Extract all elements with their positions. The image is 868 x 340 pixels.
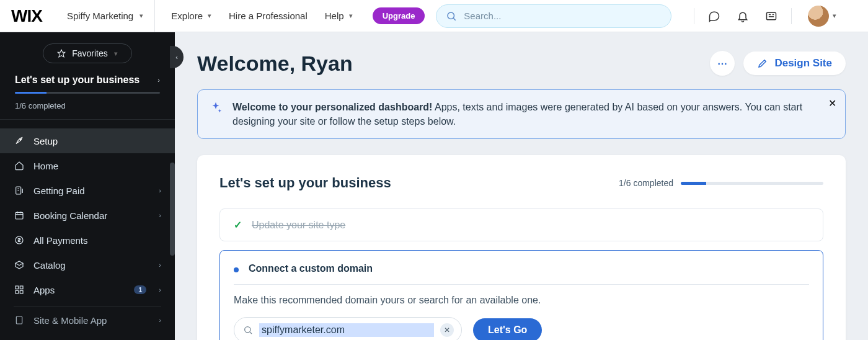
divider [234, 284, 809, 285]
svg-marker-6 [58, 50, 65, 57]
main-panel: Welcome, Ryan ⋯ Design Site Welcom [175, 32, 868, 340]
sidebar-item-label: Site & Mobile App [33, 315, 150, 326]
svg-rect-19 [16, 316, 22, 324]
banner-close-button[interactable]: ✕ [828, 97, 836, 109]
favorites-button[interactable]: Favorites ▾ [43, 43, 132, 63]
sidebar-item-apps[interactable]: Apps 1 › [0, 277, 175, 302]
pencil-icon [757, 58, 768, 69]
sidebar-item-label: Booking Calendar [33, 210, 150, 221]
favorites-label: Favorites [72, 48, 108, 58]
home-icon [14, 161, 25, 171]
chevron-down-icon: ▾ [114, 50, 118, 58]
sidebar-item-payments[interactable]: All Payments [0, 228, 175, 253]
rocket-icon [14, 136, 25, 146]
sidebar-item-label: Setup [33, 136, 161, 146]
sidebar: ‹ Favorites ▾ Let's set up your business… [0, 32, 175, 340]
sidebar-item-site-mobile[interactable]: Site & Mobile App › [0, 310, 175, 330]
step-description: Make this recommended domain yours or se… [234, 295, 809, 306]
nav-help[interactable]: Help ▾ [316, 11, 361, 21]
step-connect-domain: Connect a custom domain Make this recomm… [219, 250, 823, 340]
sidebar-item-label: Getting Paid [33, 186, 150, 196]
nav-hire-pro[interactable]: Hire a Professional [220, 11, 316, 21]
setup-card-progress-label: 1/6 completed [619, 178, 673, 188]
svg-rect-16 [20, 286, 23, 289]
nav-explore[interactable]: Explore ▾ [162, 11, 220, 21]
chevron-right-icon: › [159, 187, 161, 194]
top-nav: Explore ▾ Hire a Professional Help ▾ [155, 11, 361, 21]
sidebar-item-booking[interactable]: Booking Calendar › [0, 203, 175, 228]
banner-bold: Welcome to your personalized dashboard! [232, 102, 432, 112]
chevron-right-icon: › [159, 261, 161, 269]
step-title: Connect a custom domain [249, 263, 373, 274]
chevron-right-icon: › [159, 286, 161, 293]
top-icon-group [704, 10, 781, 22]
apps-icon [14, 285, 25, 295]
svg-line-1 [454, 18, 456, 20]
separator [694, 8, 694, 24]
site-switcher[interactable]: Spiffy Marketing ▾ [56, 0, 155, 32]
search-icon [243, 325, 253, 335]
banner-text: Welcome to your personalized dashboard! … [232, 100, 817, 128]
sidebar-item-label: All Payments [33, 235, 161, 246]
sidebar-setup-title: Let's set up your business [15, 74, 140, 86]
page-title: Welcome, Ryan [197, 51, 353, 76]
design-site-button[interactable]: Design Site [743, 51, 846, 75]
svg-rect-15 [16, 286, 19, 289]
menu-divider [14, 306, 161, 306]
svg-point-0 [448, 12, 454, 19]
sidebar-item-label: Catalog [33, 260, 150, 271]
chevron-down-icon: ▾ [140, 12, 143, 20]
payments-icon [14, 235, 25, 245]
sidebar-scrollbar[interactable] [170, 163, 175, 256]
chevron-right-icon: › [157, 76, 160, 84]
setup-card-progress: 1/6 completed [619, 178, 823, 188]
setup-card: Let's set up your business 1/6 completed… [197, 155, 846, 340]
check-icon: ✓ [234, 219, 242, 231]
sidebar-item-label: Home [33, 161, 161, 171]
sidebar-item-getting-paid[interactable]: Getting Paid › [0, 178, 175, 203]
svg-line-21 [250, 332, 252, 334]
news-icon[interactable] [765, 10, 777, 22]
site-switcher-name: Spiffy Marketing [67, 11, 133, 21]
sidebar-item-setup[interactable]: Setup [0, 128, 175, 153]
svg-point-20 [245, 327, 250, 333]
account-menu[interactable]: ▾ [808, 6, 836, 27]
page-header: Welcome, Ryan ⋯ Design Site [197, 51, 846, 76]
svg-point-7 [20, 139, 21, 140]
catalog-icon [14, 260, 25, 270]
svg-rect-9 [16, 212, 23, 219]
more-actions-button[interactable]: ⋯ [710, 51, 735, 76]
nav-help-label: Help [325, 11, 344, 21]
welcome-banner: Welcome to your personalized dashboard! … [197, 89, 846, 139]
apps-badge: 1 [134, 285, 146, 294]
clear-input-button[interactable]: ✕ [440, 323, 454, 337]
step-title: Update your site type [252, 220, 345, 231]
search-bar[interactable] [436, 4, 671, 28]
device-icon [14, 315, 25, 325]
chevron-right-icon: › [159, 212, 161, 219]
wix-logo[interactable]: WIX [11, 6, 42, 26]
sparkle-icon [209, 101, 223, 115]
bell-icon[interactable] [737, 10, 749, 22]
chat-icon[interactable] [708, 10, 720, 22]
nav-explore-label: Explore [171, 11, 203, 21]
svg-rect-17 [16, 290, 19, 293]
svg-marker-14 [16, 261, 23, 266]
sidebar-item-home[interactable]: Home [0, 153, 175, 178]
domain-input-wrap[interactable]: ✕ [234, 317, 462, 340]
chevron-down-icon: ▾ [208, 12, 211, 20]
domain-input[interactable] [259, 323, 434, 337]
search-icon [445, 10, 458, 22]
sidebar-setup-block[interactable]: Let's set up your business › 1/6 complet… [0, 74, 175, 120]
nav-hire-pro-label: Hire a Professional [229, 11, 308, 21]
upgrade-button[interactable]: Upgrade [373, 7, 425, 24]
chevron-down-icon: ▾ [833, 12, 836, 20]
avatar [808, 6, 829, 27]
search-input[interactable] [464, 11, 662, 21]
sidebar-item-catalog[interactable]: Catalog › [0, 253, 175, 277]
active-dot-icon [234, 267, 239, 272]
sidebar-menu: Setup Home Getting Paid › Booking Calend… [0, 120, 175, 330]
step-update-site-type[interactable]: ✓ Update your site type [219, 208, 823, 241]
chevron-down-icon: ▾ [349, 12, 353, 20]
lets-go-button[interactable]: Let's Go [473, 318, 542, 340]
